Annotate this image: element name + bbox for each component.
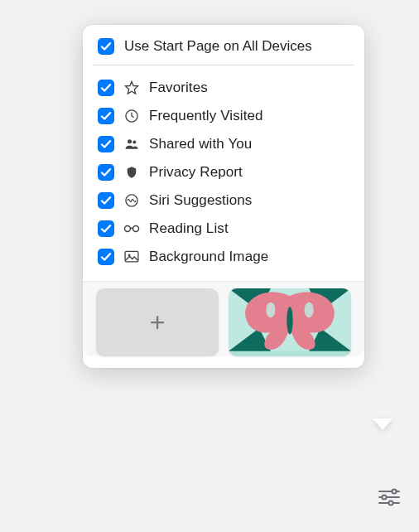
option-label: Frequently Visited — [149, 108, 263, 124]
checkbox-favorites[interactable] — [98, 80, 114, 96]
clock-icon — [123, 107, 141, 125]
option-row-siri-suggestions[interactable]: Siri Suggestions — [98, 186, 349, 215]
option-label: Reading List — [149, 220, 229, 237]
option-row-favorites[interactable]: Favorites — [98, 74, 349, 102]
shield-icon — [123, 163, 141, 181]
checkbox-background-image[interactable] — [98, 249, 114, 265]
siri-icon — [123, 191, 141, 210]
popover-arrow — [373, 418, 393, 430]
start-page-settings-popover: Use Start Page on All Devices Favorites … — [83, 25, 364, 368]
checkbox-shared-with-you[interactable] — [98, 136, 114, 152]
option-label: Favorites — [149, 80, 208, 96]
checkbox-privacy-report[interactable] — [98, 164, 114, 181]
option-label: Background Image — [149, 249, 268, 265]
checkbox-frequently-visited[interactable] — [98, 108, 114, 124]
image-icon — [123, 248, 141, 266]
sliders-icon — [377, 486, 402, 508]
start-page-settings-button[interactable] — [373, 482, 406, 512]
svg-point-5 — [133, 226, 139, 232]
svg-rect-6 — [125, 251, 138, 262]
svg-point-19 — [392, 489, 396, 493]
popover-header-row[interactable]: Use Start Page on All Devices — [83, 25, 364, 65]
option-row-reading-list[interactable]: Reading List — [98, 215, 349, 243]
butterfly-icon — [229, 288, 351, 351]
header-label: Use Start Page on All Devices — [124, 38, 312, 55]
option-label: Privacy Report — [149, 164, 243, 181]
svg-point-2 — [132, 141, 136, 144]
option-row-shared-with-you[interactable]: Shared with You — [98, 130, 349, 158]
add-background-tile[interactable]: + — [96, 288, 219, 356]
option-label: Siri Suggestions — [149, 192, 252, 209]
glasses-icon — [123, 220, 141, 238]
background-tiles: + — [83, 281, 364, 356]
option-label: Shared with You — [149, 136, 252, 152]
svg-point-13 — [287, 307, 292, 334]
background-preview-tile[interactable] — [229, 288, 351, 356]
svg-point-4 — [124, 226, 130, 232]
svg-point-21 — [388, 501, 393, 505]
svg-point-15 — [305, 302, 314, 317]
star-icon — [123, 79, 141, 97]
people-icon — [123, 135, 141, 153]
option-row-frequently-visited[interactable]: Frequently Visited — [98, 102, 349, 130]
checkbox-siri-suggestions[interactable] — [98, 192, 114, 209]
svg-point-14 — [266, 302, 275, 317]
svg-point-20 — [382, 495, 386, 499]
option-row-privacy-report[interactable]: Privacy Report — [98, 158, 349, 186]
popover-option-list: Favorites Frequently Visited Shared with… — [83, 70, 364, 279]
plus-icon: + — [150, 307, 166, 338]
checkbox-use-on-all-devices[interactable] — [98, 38, 114, 55]
option-row-background-image[interactable]: Background Image — [98, 243, 349, 271]
svg-point-1 — [128, 139, 132, 143]
divider — [93, 65, 354, 65]
checkbox-reading-list[interactable] — [98, 220, 114, 237]
